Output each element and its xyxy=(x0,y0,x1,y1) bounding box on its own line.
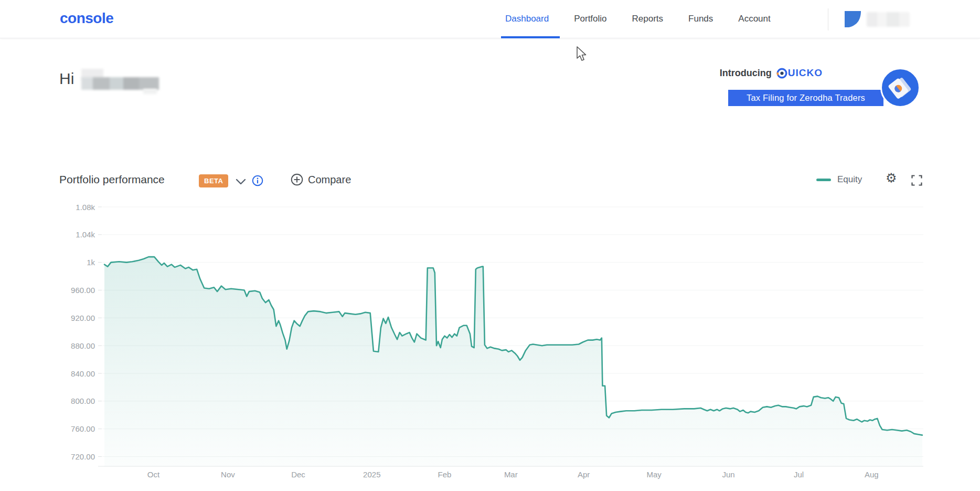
promo-headline: Introducing UICKO xyxy=(720,67,823,79)
greeting: Hi xyxy=(59,70,159,90)
y-tick-label: 1.04k xyxy=(76,230,95,239)
quicko-q-icon xyxy=(776,68,787,79)
fullscreen-icon[interactable] xyxy=(911,175,922,188)
y-tick-label: 1.08k xyxy=(76,205,95,212)
nav-tab-portfolio[interactable]: Portfolio xyxy=(574,14,606,24)
chevron-down-icon[interactable] xyxy=(236,178,246,187)
quicko-brand-text: UICKO xyxy=(788,67,823,79)
y-tick-label: 1k xyxy=(87,258,95,267)
ticket-icon xyxy=(887,75,913,101)
quicko-promo-banner[interactable]: Introducing UICKO Tax Filing for Zerodha… xyxy=(724,65,923,110)
top-navbar: console Dashboard Portfolio Reports Fund… xyxy=(0,0,980,38)
portfolio-performance-chart[interactable]: 1.08k1.04k1k960.00920.00880.00840.00800.… xyxy=(63,205,923,483)
mouse-cursor xyxy=(576,46,590,65)
x-tick-label: Apr xyxy=(578,470,590,479)
nav-tab-funds[interactable]: Funds xyxy=(688,14,713,24)
x-tick-label: 2025 xyxy=(363,470,380,479)
legend-equity[interactable]: Equity xyxy=(816,174,862,185)
promo-intro-text: Introducing xyxy=(720,68,772,79)
x-tick-label: Mar xyxy=(504,470,518,479)
x-tick-label: Jul xyxy=(794,470,804,479)
x-tick-label: Feb xyxy=(438,470,452,479)
y-tick-label: 720.00 xyxy=(71,452,95,461)
compare-button[interactable]: Compare xyxy=(291,173,351,186)
x-tick-label: Jun xyxy=(722,470,734,479)
nav-tab-account[interactable]: Account xyxy=(738,14,770,24)
x-tick-label: Dec xyxy=(291,470,305,479)
x-tick-label: May xyxy=(646,470,662,479)
user-id-redacted[interactable] xyxy=(867,12,910,27)
nav-tab-reports[interactable]: Reports xyxy=(632,14,664,24)
gear-icon[interactable]: ⚙ xyxy=(886,172,897,184)
circle-plus-icon xyxy=(291,173,303,186)
equity-line-swatch xyxy=(816,179,831,181)
equity-area-chart[interactable]: 1.08k1.04k1k960.00920.00880.00840.00800.… xyxy=(63,205,923,483)
promo-tagline-bar[interactable]: Tax Filing for Zerodha Traders xyxy=(728,90,883,106)
kite-logo-icon[interactable] xyxy=(845,11,861,27)
x-tick-label: Oct xyxy=(147,470,160,479)
portfolio-performance-header: Portfolio performance BETA Compare Equit… xyxy=(0,171,980,192)
y-tick-label: 800.00 xyxy=(71,396,95,405)
x-tick-label: Aug xyxy=(865,470,879,479)
info-icon[interactable] xyxy=(252,175,263,189)
equity-area xyxy=(104,257,922,466)
promo-tagline: Tax Filing for Zerodha Traders xyxy=(747,93,865,103)
y-tick-label: 840.00 xyxy=(71,369,95,378)
beta-badge: BETA xyxy=(199,174,228,187)
nav-tab-dashboard[interactable]: Dashboard xyxy=(505,14,549,24)
y-tick-label: 960.00 xyxy=(71,286,95,295)
y-tick-label: 920.00 xyxy=(71,314,95,322)
console-dashboard-screen: console Dashboard Portfolio Reports Fund… xyxy=(0,0,980,491)
active-tab-underline xyxy=(501,36,560,38)
console-logo[interactable]: console xyxy=(60,10,113,27)
promo-ticket-badge xyxy=(880,68,920,108)
equity-legend-label: Equity xyxy=(837,174,862,185)
x-tick-label: Nov xyxy=(221,470,235,479)
y-tick-label: 880.00 xyxy=(71,341,95,350)
y-tick-label: 760.00 xyxy=(71,424,95,433)
section-title: Portfolio performance xyxy=(59,173,165,186)
user-name-redacted xyxy=(81,70,159,90)
header-divider xyxy=(828,8,828,30)
compare-label: Compare xyxy=(308,174,351,186)
main-nav: Dashboard Portfolio Reports Funds Accoun… xyxy=(505,0,771,38)
quicko-brand: UICKO xyxy=(776,67,823,79)
greeting-text: Hi xyxy=(59,70,74,88)
